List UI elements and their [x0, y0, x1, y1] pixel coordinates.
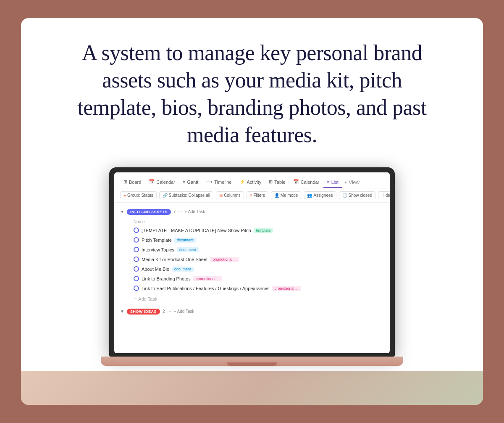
task-tag: document — [177, 247, 199, 252]
section2-add-task[interactable]: + Add Task — [173, 309, 194, 314]
nav-gantt[interactable]: ≡ Gantt — [179, 177, 202, 188]
task-row[interactable]: Pitch Template document — [114, 235, 390, 245]
board-icon: ⊞ — [123, 179, 127, 185]
timeline-icon: ⟶ — [206, 179, 213, 185]
headline: A system to manage key personal brand as… — [63, 39, 441, 148]
task-tag: document — [174, 238, 196, 243]
filters-icon: ≡ — [250, 193, 252, 198]
task-name: Link to Branding Photos — [142, 276, 191, 281]
section1-header: ▼ INFO AND ASSETS 7 ··· + Add Task — [114, 205, 390, 218]
nav-bar: ⊞ Board 📅 Calendar ≡ Gantt ⟶ Timeline — [114, 172, 390, 188]
section2-toggle[interactable]: ▼ — [120, 309, 124, 314]
assignees-btn[interactable]: 👥 Assignees — [304, 191, 336, 199]
nav-timeline[interactable]: ⟶ Timeline — [202, 177, 235, 188]
task-circle — [134, 227, 139, 233]
nav-calendar[interactable]: 📅 Calendar — [145, 177, 178, 188]
me-mode-btn[interactable]: 👤 Me mode — [271, 191, 302, 199]
gantt-icon: ≡ — [183, 180, 185, 185]
task-circle — [134, 276, 139, 281]
app-ui: ⊞ Board 📅 Calendar ≡ Gantt ⟶ Timeline — [114, 172, 390, 353]
list-icon: ≡ — [327, 180, 329, 185]
add-task-plus-icon: + — [134, 296, 136, 302]
section2-count: 2 — [163, 309, 165, 314]
section1-pill: INFO AND ASSETS — [127, 209, 171, 215]
task-row[interactable]: Media Kit or Podcast One Sheet promotion… — [114, 254, 390, 264]
section1-add-task[interactable]: + Add Task — [184, 209, 205, 214]
laptop-mockup: ⊞ Board 📅 Calendar ≡ Gantt ⟶ Timeline — [105, 167, 399, 366]
section1-toggle[interactable]: ▼ — [120, 209, 124, 214]
nav-add-view[interactable]: + View — [343, 177, 361, 188]
hide-btn[interactable]: Hide — [378, 191, 390, 199]
task-name: Media Kit or Podcast One Sheet — [142, 257, 207, 262]
task-circle — [134, 266, 139, 272]
task-circle — [134, 256, 139, 262]
task-tag: template — [254, 228, 273, 233]
nav-calendar2[interactable]: 📅 Calendar — [290, 177, 323, 188]
section2-header: ▼ SHOW IDEAS 2 ··· + Add Task — [114, 305, 390, 318]
me-mode-icon: 👤 — [274, 193, 279, 198]
task-circle — [134, 237, 139, 243]
nav-activity[interactable]: ⚡ Activity — [236, 177, 265, 188]
toolbar: ● Group: Status 🔗 Subtasks: Collapse all… — [114, 188, 390, 203]
nav-list[interactable]: ≡ List — [323, 177, 342, 188]
activity-icon: ⚡ — [239, 179, 245, 185]
main-card: A system to manage key personal brand as… — [21, 18, 483, 405]
nav-table[interactable]: ⊞ Table — [265, 177, 289, 188]
task-tag: promotional ... — [272, 286, 301, 291]
task-name: [TEMPLATE - MAKE A DUPLICATE] New Show P… — [142, 228, 251, 233]
section1-count: 7 — [173, 209, 176, 214]
task-tag: promotional ... — [193, 276, 222, 281]
add-task-row[interactable]: + Add Task — [114, 293, 390, 305]
section1-dots[interactable]: ··· — [178, 209, 182, 215]
task-row[interactable]: About Me Bio document — [114, 264, 390, 274]
task-circle — [134, 247, 139, 252]
add-task-label: Add Task — [138, 296, 157, 301]
section2-dots[interactable]: ··· — [167, 308, 171, 315]
task-row[interactable]: Interview Topics document — [114, 245, 390, 254]
bottom-decoration — [21, 371, 483, 405]
task-name: Interview Topics — [142, 247, 174, 252]
task-list: ▼ INFO AND ASSETS 7 ··· + Add Task Name … — [114, 203, 390, 320]
laptop-base — [101, 357, 403, 366]
task-name: Pitch Template — [142, 238, 172, 243]
columns-btn[interactable]: ⊞ Columns — [216, 191, 244, 199]
section2-pill: SHOW IDEAS — [127, 309, 160, 315]
group-icon: ● — [123, 193, 126, 198]
task-row[interactable]: Link to Branding Photos promotional ... — [114, 274, 390, 283]
assignees-icon: 👥 — [307, 193, 312, 198]
task-row[interactable]: [TEMPLATE - MAKE A DUPLICATE] New Show P… — [114, 225, 390, 235]
nav-board[interactable]: ⊞ Board — [120, 177, 144, 188]
calendar2-icon: 📅 — [293, 179, 299, 185]
col-name-header: Name — [114, 218, 390, 225]
show-closed-btn[interactable]: 🕐 Show closed — [339, 191, 376, 199]
calendar-icon: 📅 — [149, 179, 155, 185]
show-closed-icon: 🕐 — [342, 193, 347, 198]
task-tag: document — [172, 267, 194, 272]
subtasks-icon: 🔗 — [163, 193, 168, 198]
group-status-btn[interactable]: ● Group: Status — [120, 191, 157, 199]
laptop-screen: ⊞ Board 📅 Calendar ≡ Gantt ⟶ Timeline — [109, 167, 395, 357]
filters-btn[interactable]: ≡ Filters — [247, 191, 268, 199]
task-tag: promotional ... — [210, 257, 239, 262]
task-name: About Me Bio — [142, 267, 169, 272]
subtasks-btn[interactable]: 🔗 Subtasks: Collapse all — [159, 191, 213, 199]
task-row[interactable]: Link to Past Publications / Features / G… — [114, 283, 390, 293]
table-icon: ⊞ — [269, 179, 273, 185]
task-circle — [134, 286, 139, 291]
columns-icon: ⊞ — [219, 193, 223, 198]
task-name: Link to Past Publications / Features / G… — [142, 286, 270, 291]
